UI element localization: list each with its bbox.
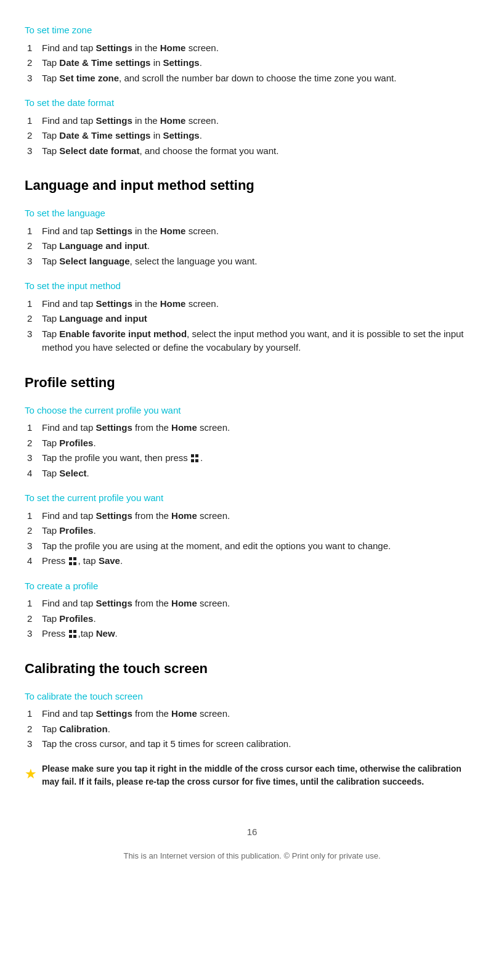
tip-icon: ★	[25, 764, 37, 784]
section-profile: Profile setting To choose the current pr…	[25, 372, 479, 641]
step-item: 1Find and tap Settings in the Home scree…	[25, 41, 479, 55]
steps-calibrate: 1Find and tap Settings from the Home scr…	[25, 707, 479, 751]
steps-set-profile: 1Find and tap Settings from the Home scr…	[25, 509, 479, 568]
top-sections: To set time zone 1Find and tap Settings …	[25, 23, 479, 158]
step-item: 2Tap Date & Time settings in Settings.	[25, 56, 479, 70]
step-item: 3Tap Select date format, and choose the …	[25, 144, 479, 158]
subsection-set-language: To set the language 1Find and tap Settin…	[25, 206, 479, 268]
steps-set-language: 1Find and tap Settings in the Home scree…	[25, 224, 479, 269]
step-item: 2Tap Calibration.	[25, 722, 479, 737]
subsection-choose-profile: To choose the current profile you want 1…	[25, 404, 479, 481]
steps-choose-profile: 1Find and tap Settings from the Home scr…	[25, 421, 479, 480]
step-item: 3Tap Select language, select the languag…	[25, 255, 479, 269]
step-item: 1Find and tap Settings from the Home scr…	[25, 597, 479, 611]
subsection-date-format: To set the date format 1Find and tap Set…	[25, 96, 479, 158]
steps-date-format: 1Find and tap Settings in the Home scree…	[25, 114, 479, 158]
tip-box: ★ Please make sure you tap it right in t…	[25, 762, 479, 788]
subsection-heading-choose-profile: To choose the current profile you want	[25, 404, 479, 418]
subsection-heading-calibrate: To calibrate the touch screen	[25, 690, 479, 704]
step-item: 2Tap Date & Time settings in Settings.	[25, 129, 479, 143]
section-heading-calibration: Calibrating the touch screen	[25, 658, 479, 679]
section-calibration: Calibrating the touch screen To calibrat…	[25, 658, 479, 788]
step-item: 2Tap Profiles.	[25, 524, 479, 538]
step-item: 3Tap the cross cursor, and tap it 5 time…	[25, 737, 479, 751]
subsection-heading-set-profile: To set the current profile you want	[25, 491, 479, 505]
section-heading-profile: Profile setting	[25, 372, 479, 393]
steps-create-profile: 1Find and tap Settings from the Home scr…	[25, 597, 479, 641]
step-item: 3Tap the profile you are using at the mo…	[25, 539, 479, 553]
step-item: 3Tap the profile you want, then press .	[25, 451, 479, 465]
step-item: 1Find and tap Settings in the Home scree…	[25, 297, 479, 311]
step-item: 2Tap Language and input	[25, 312, 479, 326]
step-item: 3Tap Set time zone, and scroll the numbe…	[25, 71, 479, 86]
subsection-set-profile: To set the current profile you want 1Fin…	[25, 491, 479, 568]
subsection-heading-time-zone: To set time zone	[25, 23, 479, 38]
step-item: 4Tap Select.	[25, 467, 479, 481]
footer-text: This is an Internet version of this publ…	[25, 850, 479, 862]
step-item: 3Tap Enable favorite input method, selec…	[25, 327, 479, 355]
step-item: 1Find and tap Settings from the Home scr…	[25, 707, 479, 721]
section-language: Language and input method setting To set…	[25, 175, 479, 355]
steps-time-zone: 1Find and tap Settings in the Home scree…	[25, 41, 479, 86]
subsection-heading-date-format: To set the date format	[25, 96, 479, 110]
step-item: 2Tap Profiles.	[25, 612, 479, 626]
section-heading-language: Language and input method setting	[25, 175, 479, 195]
tip-text: Please make sure you tap it right in the…	[42, 762, 479, 788]
step-item: 1Find and tap Settings in the Home scree…	[25, 114, 479, 128]
subsection-input-method: To set the input method 1Find and tap Se…	[25, 279, 479, 355]
steps-input-method: 1Find and tap Settings in the Home scree…	[25, 297, 479, 355]
step-item: 1Find and tap Settings in the Home scree…	[25, 224, 479, 239]
step-item: 3Press ,tap New.	[25, 627, 479, 641]
subsection-time-zone: To set time zone 1Find and tap Settings …	[25, 23, 479, 85]
step-item: 1Find and tap Settings from the Home scr…	[25, 509, 479, 523]
subsection-calibrate: To calibrate the touch screen 1Find and …	[25, 690, 479, 788]
step-item: 4Press , tap Save.	[25, 554, 479, 568]
subsection-heading-create-profile: To create a profile	[25, 579, 479, 594]
step-item: 2Tap Language and input.	[25, 239, 479, 253]
subsection-heading-input-method: To set the input method	[25, 279, 479, 293]
subsection-create-profile: To create a profile 1Find and tap Settin…	[25, 579, 479, 641]
page-number: 16	[25, 825, 479, 839]
subsection-heading-set-language: To set the language	[25, 206, 479, 221]
step-item: 2Tap Profiles.	[25, 436, 479, 451]
step-item: 1Find and tap Settings from the Home scr…	[25, 421, 479, 435]
